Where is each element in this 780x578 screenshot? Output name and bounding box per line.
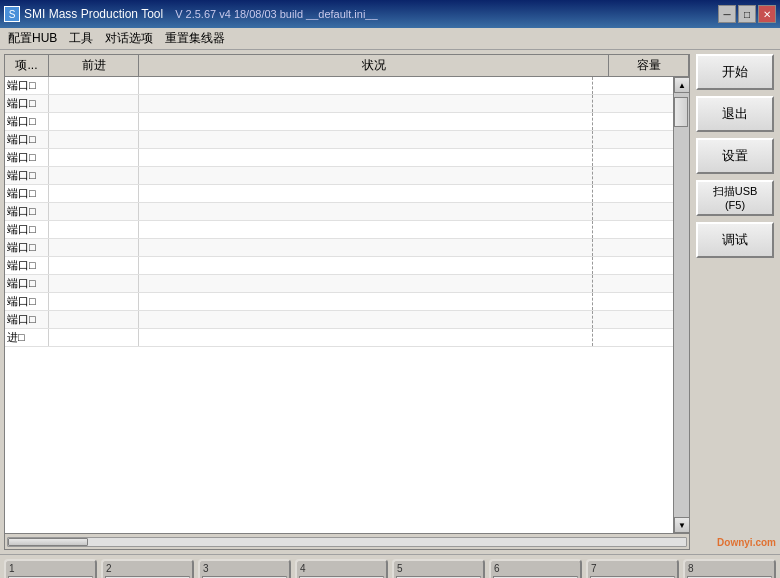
cell-status xyxy=(139,185,593,202)
debug-button[interactable]: 调试 xyxy=(696,222,774,258)
cell-progress xyxy=(49,113,139,130)
cell-progress xyxy=(49,131,139,148)
cell-progress xyxy=(49,95,139,112)
close-button[interactable]: ✕ xyxy=(758,5,776,23)
device-number-8: 8 xyxy=(687,563,694,574)
scan-usb-button[interactable]: 扫描USB (F5) xyxy=(696,180,774,216)
cell-progress xyxy=(49,293,139,310)
cell-progress xyxy=(49,329,139,346)
cell-item: 端口□ xyxy=(5,167,49,184)
app-version: V 2.5.67 v4 18/08/03 build __default.ini… xyxy=(175,8,377,20)
maximize-button[interactable]: □ xyxy=(738,5,756,23)
cell-item: 端口□ xyxy=(5,77,49,94)
table-row: 端口□ xyxy=(5,167,673,185)
col-header-status: 状况 xyxy=(139,55,609,76)
cell-item: 进□ xyxy=(5,329,49,346)
menu-dialog-options[interactable]: 对话选项 xyxy=(99,28,159,49)
scroll-thumb[interactable] xyxy=(674,97,688,127)
main-content: 项... 前进 状况 容量 端口□ 端口□ 端口□ xyxy=(0,50,780,554)
scroll-down-button[interactable]: ▼ xyxy=(674,517,689,533)
cell-capacity xyxy=(593,311,673,328)
table-row: 端口□ xyxy=(5,77,673,95)
start-button[interactable]: 开始 xyxy=(696,54,774,90)
horizontal-scrollbar[interactable] xyxy=(5,533,689,549)
cell-capacity xyxy=(593,257,673,274)
table-row: 端口□ xyxy=(5,95,673,113)
cell-status xyxy=(139,149,593,166)
minimize-button[interactable]: ─ xyxy=(718,5,736,23)
cell-capacity xyxy=(593,113,673,130)
device-cell-4[interactable]: 4 xyxy=(295,559,388,578)
hscroll-thumb[interactable] xyxy=(8,538,88,546)
cell-capacity xyxy=(593,131,673,148)
device-cell-5[interactable]: 5 xyxy=(392,559,485,578)
menu-bar: 配置HUB 工具 对话选项 重置集线器 xyxy=(0,28,780,50)
device-cell-8[interactable]: 8 xyxy=(683,559,776,578)
scroll-up-button[interactable]: ▲ xyxy=(674,77,689,93)
scroll-track[interactable] xyxy=(674,93,689,517)
device-number-4: 4 xyxy=(299,563,306,574)
cell-progress xyxy=(49,167,139,184)
cell-capacity xyxy=(593,77,673,94)
device-cell-7[interactable]: 7 xyxy=(586,559,679,578)
cell-progress xyxy=(49,185,139,202)
table-header: 项... 前进 状况 容量 xyxy=(5,55,689,77)
title-controls: ─ □ ✕ xyxy=(718,5,776,23)
menu-tools[interactable]: 工具 xyxy=(63,28,99,49)
cell-status xyxy=(139,203,593,220)
cell-capacity xyxy=(593,275,673,292)
table-row: 端口□ xyxy=(5,221,673,239)
vertical-scrollbar[interactable]: ▲ ▼ xyxy=(673,77,689,533)
cell-capacity xyxy=(593,95,673,112)
hscroll-track[interactable] xyxy=(7,537,687,547)
cell-progress xyxy=(49,257,139,274)
cell-status xyxy=(139,329,593,346)
menu-configure-hub[interactable]: 配置HUB xyxy=(2,28,63,49)
title-bar: S SMI Mass Production Tool V 2.5.67 v4 1… xyxy=(0,0,780,28)
device-cell-6[interactable]: 6 xyxy=(489,559,582,578)
app-icon: S xyxy=(4,6,20,22)
settings-button[interactable]: 设置 xyxy=(696,138,774,174)
cell-status xyxy=(139,257,593,274)
cell-status xyxy=(139,167,593,184)
device-cell-3[interactable]: 3 xyxy=(198,559,291,578)
cell-item: 端口□ xyxy=(5,113,49,130)
menu-reset-hub[interactable]: 重置集线器 xyxy=(159,28,231,49)
cell-progress xyxy=(49,275,139,292)
col-header-progress: 前进 xyxy=(49,55,139,76)
device-number-6: 6 xyxy=(493,563,500,574)
cell-item: 端口□ xyxy=(5,95,49,112)
col-header-item: 项... xyxy=(5,55,49,76)
device-number-5: 5 xyxy=(396,563,403,574)
device-grid: 1 2 3 4 5 6 7 8 9 10 xyxy=(4,559,776,578)
device-cell-1[interactable]: 1 xyxy=(4,559,97,578)
table-row: 端口□ xyxy=(5,257,673,275)
cell-item: 端口□ xyxy=(5,239,49,256)
cell-capacity xyxy=(593,149,673,166)
cell-capacity xyxy=(593,293,673,310)
col-header-capacity: 容量 xyxy=(609,55,689,76)
right-panel: 开始 退出 设置 扫描USB (F5) 调试 xyxy=(690,50,780,554)
cell-capacity xyxy=(593,167,673,184)
cell-item: 端口□ xyxy=(5,257,49,274)
cell-item: 端口□ xyxy=(5,275,49,292)
table-row: 进□ xyxy=(5,329,673,347)
data-table: 项... 前进 状况 容量 端口□ 端口□ 端口□ xyxy=(4,54,690,550)
table-row: 端口□ xyxy=(5,293,673,311)
cell-item: 端口□ xyxy=(5,149,49,166)
cell-status xyxy=(139,293,593,310)
cell-item: 端口□ xyxy=(5,221,49,238)
cell-capacity xyxy=(593,239,673,256)
exit-button[interactable]: 退出 xyxy=(696,96,774,132)
cell-status xyxy=(139,311,593,328)
cell-status xyxy=(139,239,593,256)
device-cell-2[interactable]: 2 xyxy=(101,559,194,578)
cell-item: 端口□ xyxy=(5,185,49,202)
cell-status xyxy=(139,275,593,292)
device-number-2: 2 xyxy=(105,563,112,574)
cell-progress xyxy=(49,77,139,94)
cell-status xyxy=(139,95,593,112)
table-row: 端口□ xyxy=(5,185,673,203)
device-grid-area: 1 2 3 4 5 6 7 8 9 10 xyxy=(0,554,780,578)
table-body[interactable]: 端口□ 端口□ 端口□ 端口□ 端口□ 端口□ xyxy=(5,77,673,533)
